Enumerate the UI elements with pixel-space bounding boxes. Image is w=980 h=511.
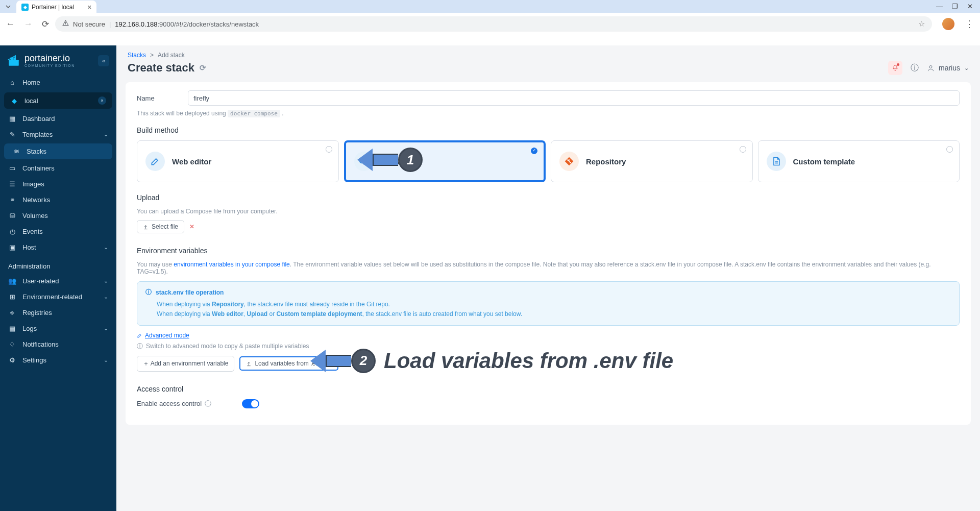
- breadcrumb-root[interactable]: Stacks: [128, 52, 146, 59]
- main-content: Stacks > Add stack Create stack ⟳ ⓘ mari…: [116, 45, 980, 511]
- radio-icon: [326, 146, 332, 153]
- close-icon[interactable]: ×: [87, 3, 91, 11]
- chevron-down-icon: ⌄: [964, 65, 969, 71]
- upload-desc: You can upload a Compose file from your …: [137, 208, 960, 215]
- back-button[interactable]: ←: [6, 19, 15, 30]
- window-controls: — ❐ ✕: [936, 3, 976, 10]
- add-env-var-button[interactable]: ＋ Add an environment variable: [137, 356, 234, 372]
- browser-menu-icon[interactable]: ⋮: [965, 18, 974, 30]
- nav-logs[interactable]: ▤Logs⌄: [0, 321, 116, 336]
- profile-avatar[interactable]: [942, 18, 954, 30]
- method-repository[interactable]: Repository: [551, 140, 753, 182]
- help-icon[interactable]: ⓘ: [911, 63, 919, 74]
- create-stack-panel: Name This stack will be deployed using d…: [126, 82, 971, 425]
- user-menu[interactable]: marius ⌄: [927, 64, 969, 72]
- nav-dashboard[interactable]: ▦Dashboard: [0, 111, 116, 127]
- nav-images[interactable]: ☰Images: [0, 176, 116, 192]
- nav-label: Stacks: [27, 148, 46, 155]
- close-icon[interactable]: ×: [98, 96, 106, 105]
- access-control-toggle[interactable]: [242, 399, 259, 408]
- nav-label: User-related: [22, 277, 59, 285]
- env-title: Environment variables: [137, 247, 960, 255]
- select-file-button[interactable]: Select file: [137, 220, 184, 233]
- deploy-hint: This stack will be deployed using docker…: [137, 110, 960, 117]
- load-env-file-button[interactable]: Load variables from .env file: [239, 356, 338, 371]
- chevron-down-icon: ⌄: [104, 278, 108, 284]
- upload-title: Upload: [137, 193, 960, 202]
- radio-icon: [946, 146, 953, 153]
- nav-registries[interactable]: ⎆Registries: [0, 305, 116, 321]
- nav-label: Dashboard: [22, 115, 55, 123]
- nav-label: Settings: [22, 356, 46, 364]
- method-custom-template[interactable]: Custom template: [758, 140, 960, 182]
- templates-icon: ✎: [8, 131, 16, 138]
- portainer-logo-icon: [7, 54, 20, 67]
- chevron-down-icon: ⌄: [104, 357, 108, 363]
- bookmark-icon[interactable]: ☆: [918, 19, 925, 29]
- maximize-button[interactable]: ❐: [952, 3, 958, 10]
- tab-list-dropdown-icon[interactable]: [4, 3, 12, 11]
- info-icon: ⓘ: [137, 342, 143, 351]
- clear-file-icon[interactable]: ✕: [189, 223, 194, 230]
- nav-volumes[interactable]: ⛁Volumes: [0, 208, 116, 224]
- nav-containers[interactable]: ▭Containers: [0, 160, 116, 176]
- nav-label: Volumes: [22, 212, 48, 220]
- logs-icon: ▤: [8, 325, 16, 332]
- chevron-down-icon: ⌄: [104, 131, 108, 138]
- method-label: Upload: [381, 157, 407, 166]
- advanced-mode-hint: ⓘSwitch to advanced mode to copy & paste…: [137, 342, 960, 351]
- breadcrumb-current: Add stack: [158, 52, 185, 59]
- address-bar[interactable]: Not secure | 192.168.0.188:9000/#!/2/doc…: [55, 16, 932, 32]
- method-label: Repository: [586, 157, 626, 166]
- method-upload[interactable]: Upload: [344, 140, 546, 182]
- edit-icon: [145, 152, 165, 171]
- nav-label: Images: [22, 180, 44, 188]
- nav-home[interactable]: ⌂ Home: [0, 75, 116, 90]
- bell-icon: ♢: [8, 340, 16, 348]
- url-text: 192.168.0.188:9000/#!/2/docker/stacks/ne…: [115, 20, 259, 28]
- volumes-icon: ⛁: [8, 212, 16, 220]
- sidebar: portainer.io COMMUNITY EDITION « ⌂ Home …: [0, 45, 116, 511]
- nav-settings[interactable]: ⚙Settings⌄: [0, 352, 116, 368]
- method-web-editor[interactable]: Web editor: [137, 140, 339, 182]
- close-window-button[interactable]: ✕: [967, 3, 973, 10]
- env-docs-link[interactable]: environment variables in your compose fi…: [174, 261, 289, 268]
- build-method-title: Build method: [137, 126, 960, 134]
- nav-label: Home: [22, 79, 40, 86]
- nav-environment-related[interactable]: ⊞Environment-related⌄: [0, 289, 116, 305]
- access-control-title: Access control: [137, 385, 960, 393]
- svg-point-3: [929, 65, 932, 68]
- browser-tab[interactable]: ◆ Portainer | local ×: [16, 1, 96, 13]
- enable-access-label: Enable access control ⓘ: [137, 399, 211, 408]
- refresh-icon[interactable]: ⟳: [200, 63, 206, 72]
- nav-stacks[interactable]: ≋Stacks: [4, 143, 112, 159]
- nav-templates[interactable]: ✎Templates⌄: [0, 127, 116, 142]
- reload-button[interactable]: ⟳: [42, 19, 49, 30]
- stack-name-input[interactable]: [188, 90, 960, 106]
- nav-label: Containers: [22, 164, 55, 172]
- help-icon[interactable]: ⓘ: [205, 399, 211, 408]
- not-secure-icon: [62, 20, 69, 28]
- admin-section-label: Administration: [0, 255, 116, 273]
- brand-name: portainer.io: [24, 54, 75, 63]
- nav-environment[interactable]: ◆ local ×: [4, 92, 112, 109]
- gear-icon: ⚙: [8, 356, 16, 364]
- nav-label: Environment-related: [22, 293, 82, 301]
- env-desc: You may use environment variables in you…: [137, 261, 960, 275]
- radio-icon: ⎆: [8, 309, 16, 317]
- nav-events[interactable]: ◷Events: [0, 224, 116, 239]
- notifications-button[interactable]: [888, 61, 902, 75]
- breadcrumb: Stacks > Add stack: [116, 45, 980, 59]
- minimize-button[interactable]: —: [936, 3, 943, 10]
- browser-tab-strip: ◆ Portainer | local × — ❐ ✕: [0, 0, 980, 13]
- host-icon: ▣: [8, 244, 16, 251]
- nav-notifications[interactable]: ♢Notifications: [0, 336, 116, 352]
- forward-button[interactable]: →: [24, 19, 33, 30]
- nav-host[interactable]: ▣Host⌄: [0, 239, 116, 255]
- networks-icon: ⚭: [8, 196, 16, 204]
- nav-user-related[interactable]: 👥User-related⌄: [0, 273, 116, 289]
- collapse-sidebar-button[interactable]: «: [98, 55, 109, 66]
- advanced-mode-link[interactable]: Advanced mode: [137, 332, 189, 339]
- nav-networks[interactable]: ⚭Networks: [0, 192, 116, 208]
- radio-checked-icon: [531, 148, 537, 154]
